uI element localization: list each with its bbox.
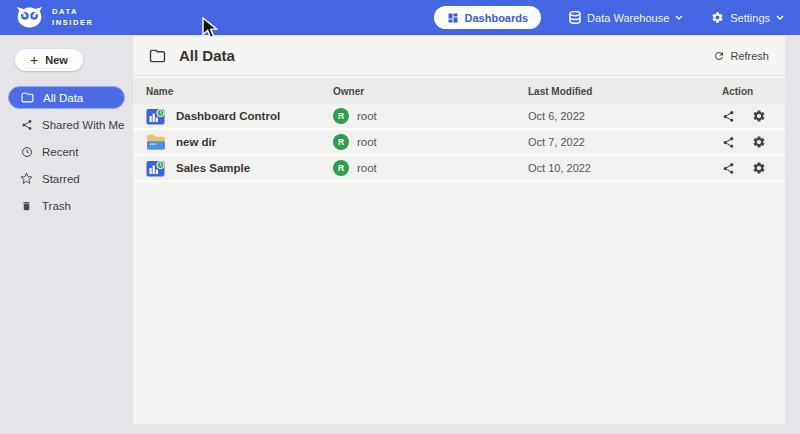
logo-line-2: INSIDER [52,18,94,29]
sidebar-item-label: Trash [42,200,71,212]
owner-avatar: R [333,108,349,124]
column-header-last-modified: Last Modified [528,86,722,97]
sidebar-item-starred[interactable]: Starred [8,167,125,190]
sidebar-item-all-data[interactable]: All Data [8,86,125,109]
chevron-down-icon [776,15,784,20]
folder-icon [149,49,166,63]
main-panel: All Data Refresh Name Owner Last Modifie… [133,36,785,424]
owner-name: root [357,162,377,174]
share-button[interactable] [722,110,735,123]
sidebar-item-trash[interactable]: Trash [8,194,125,217]
new-button-label: New [45,54,68,66]
gear-button[interactable] [752,161,766,175]
table-row[interactable]: new dir R root Oct 7, 2022 [133,130,785,156]
nav-settings-button[interactable]: Settings [711,11,784,24]
nav-dashboards-button[interactable]: Dashboards [434,6,542,29]
column-header-owner: Owner [333,86,528,97]
dashboard-file-icon [146,160,166,177]
sidebar-item-recent[interactable]: Recent [8,140,125,163]
plus-icon: + [30,53,38,67]
gear-button[interactable] [752,109,766,123]
star-icon [20,172,33,185]
chevron-down-icon [675,15,683,20]
sidebar-list: All Data Shared With Me Recent Starred [0,86,133,217]
folder-icon [21,92,34,103]
top-nav: Dashboards Data Warehouse Settings [434,6,784,29]
sidebar-item-label: Recent [42,146,78,158]
trash-icon [20,200,33,212]
gear-button[interactable] [752,135,766,149]
refresh-icon [713,50,725,62]
nav-settings-label: Settings [730,12,770,24]
last-modified-date: Oct 10, 2022 [528,162,722,174]
database-icon [569,11,581,24]
dashboard-grid-icon [447,12,459,24]
owner-avatar: R [333,160,349,176]
dashboard-file-icon [146,108,166,125]
refresh-label: Refresh [730,50,769,62]
sidebar-item-shared-with-me[interactable]: Shared With Me [8,113,125,136]
sidebar-item-label: Shared With Me [42,119,124,131]
column-header-action: Action [722,86,785,97]
new-button[interactable]: + New [15,49,83,71]
share-button[interactable] [722,136,735,149]
owner-avatar: R [333,134,349,150]
top-header: DATA INSIDER Dashboards Data Warehouse [0,0,800,35]
share-icon [20,119,33,131]
file-name: new dir [176,136,216,148]
nav-data-warehouse-label: Data Warehouse [587,12,669,24]
logo-line-1: DATA [52,7,94,18]
page-title: All Data [179,47,235,64]
nav-dashboards-label: Dashboards [465,12,529,24]
refresh-button[interactable]: Refresh [713,50,769,62]
nav-data-warehouse-button[interactable]: Data Warehouse [569,11,683,24]
file-name: Dashboard Control [176,110,280,122]
owner-name: root [357,136,377,148]
clock-icon [20,146,33,158]
last-modified-date: Oct 7, 2022 [528,136,722,148]
last-modified-date: Oct 6, 2022 [528,110,722,122]
share-button[interactable] [722,162,735,175]
gear-icon [711,11,724,24]
table-row[interactable]: Sales Sample R root Oct 10, 2022 [133,156,785,182]
sidebar-item-label: All Data [43,92,83,104]
sidebar-item-label: Starred [42,173,80,185]
owl-logo-icon [16,6,43,29]
folder-file-icon [146,134,166,150]
owner-name: root [357,110,377,122]
app-logo: DATA INSIDER [16,6,94,29]
table-header: Name Owner Last Modified Action [133,78,785,104]
table-row[interactable]: Dashboard Control R root Oct 6, 2022 [133,104,785,130]
file-name: Sales Sample [176,162,250,174]
sidebar: + New All Data Shared With Me Recent [0,35,133,434]
column-header-name: Name [146,86,333,97]
panel-header: All Data Refresh [133,36,785,76]
